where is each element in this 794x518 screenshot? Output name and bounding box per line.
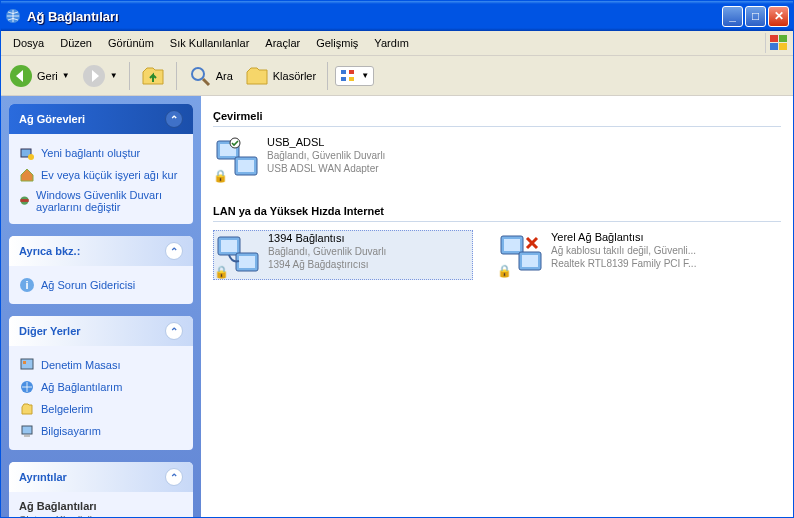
up-button[interactable] <box>137 61 169 91</box>
panel-network-tasks: Ağ Görevleri ⌃ Yeni bağlantı oluştur Ev … <box>9 104 193 224</box>
details-type: Sistem Klasörü <box>19 514 183 517</box>
link-my-computer[interactable]: Bilgisayarım <box>19 420 183 442</box>
panel-header[interactable]: Ağ Görevleri ⌃ <box>9 104 193 134</box>
folders-label: Klasörler <box>273 70 316 82</box>
link-my-documents[interactable]: Belgelerim <box>19 398 183 420</box>
svg-rect-10 <box>341 77 346 81</box>
panel-title: Ayrıca bkz.: <box>19 245 80 257</box>
connection-status: Bağlandı, Güvenlik Duvarlı <box>267 149 385 162</box>
svg-rect-2 <box>779 35 787 42</box>
info-icon: i <box>19 277 35 293</box>
computer-icon <box>19 423 35 439</box>
content-area: Ağ Görevleri ⌃ Yeni bağlantı oluştur Ev … <box>1 96 793 517</box>
link-label: Denetim Masası <box>41 359 120 371</box>
svg-rect-9 <box>341 70 346 74</box>
link-troubleshooter[interactable]: i Ağ Sorun Gidericisi <box>19 274 183 296</box>
link-label: Yeni bağlantı oluştur <box>41 147 140 159</box>
svg-rect-12 <box>349 77 354 81</box>
task-new-connection[interactable]: Yeni bağlantı oluştur <box>19 142 183 164</box>
svg-rect-23 <box>24 435 30 437</box>
control-panel-icon <box>19 357 35 373</box>
new-connection-icon <box>19 145 35 161</box>
titlebar[interactable]: Ağ Bağlantıları _ □ ✕ <box>1 1 793 31</box>
folders-icon <box>245 64 269 88</box>
menu-file[interactable]: Dosya <box>5 34 52 52</box>
svg-rect-20 <box>23 361 26 364</box>
svg-rect-30 <box>221 240 237 252</box>
details-name: Ağ Bağlantıları <box>19 500 183 512</box>
menu-advanced[interactable]: Gelişmiş <box>308 34 366 52</box>
chevron-down-icon: ▼ <box>361 71 369 80</box>
panel-header[interactable]: Diğer Yerler ⌃ <box>9 316 193 346</box>
connection-name: USB_ADSL <box>267 135 385 149</box>
chevron-down-icon: ▼ <box>62 71 70 80</box>
link-label: Ağ Sorun Gidericisi <box>41 279 135 291</box>
folder-up-icon <box>141 64 165 88</box>
main-pane: Çevirmeli 🔒 USB_ADSL Bağlandı, Güvenlik … <box>201 96 793 517</box>
connection-name: 1394 Bağlantısı <box>268 231 386 245</box>
minimize-button[interactable]: _ <box>722 6 743 27</box>
link-label: Bilgisayarım <box>41 425 101 437</box>
collapse-icon[interactable]: ⌃ <box>165 242 183 260</box>
connection-1394[interactable]: 🔒 1394 Bağlantısı Bağlandı, Güvenlik Duv… <box>213 230 473 280</box>
maximize-button[interactable]: □ <box>745 6 766 27</box>
collapse-icon[interactable]: ⌃ <box>165 110 183 128</box>
lan-icon: 🔒 <box>214 231 262 279</box>
link-control-panel[interactable]: Denetim Masası <box>19 354 183 376</box>
task-firewall[interactable]: Windows Güvenlik Duvarı ayarlarını değiş… <box>19 186 183 216</box>
svg-rect-11 <box>349 70 354 74</box>
toolbar: Geri ▼ ▼ Ara Klasörler ▼ <box>1 56 793 96</box>
lock-icon: 🔒 <box>214 265 229 279</box>
svg-rect-1 <box>770 35 778 42</box>
connection-device: Realtek RTL8139 Family PCI F... <box>551 257 696 270</box>
panel-header[interactable]: Ayrıca bkz.: ⌃ <box>9 236 193 266</box>
panel-body: Yeni bağlantı oluştur Ev veya küçük işye… <box>9 134 193 224</box>
panel-title: Diğer Yerler <box>19 325 81 337</box>
item-row: 🔒 1394 Bağlantısı Bağlandı, Güvenlik Duv… <box>213 230 781 280</box>
network-places-icon <box>19 379 35 395</box>
svg-rect-34 <box>504 239 520 251</box>
dialup-icon: 🔒 <box>213 135 261 183</box>
panel-title: Ayrıntılar <box>19 471 67 483</box>
panel-body: Denetim Masası Ağ Bağlantılarım Belgeler… <box>9 346 193 450</box>
connection-status: Bağlandı, Güvenlik Duvarlı <box>268 245 386 258</box>
panel-header[interactable]: Ayrıntılar ⌃ <box>9 462 193 492</box>
svg-rect-16 <box>20 200 28 203</box>
back-button[interactable]: Geri ▼ <box>5 61 74 91</box>
documents-icon <box>19 401 35 417</box>
lock-icon: 🔒 <box>497 264 512 278</box>
svg-rect-36 <box>522 255 538 267</box>
collapse-icon[interactable]: ⌃ <box>165 468 183 486</box>
folders-button[interactable]: Klasörler <box>241 61 320 91</box>
connection-lan[interactable]: 🔒 Yerel Ağ Bağlantısı Ağ kablosu takılı … <box>497 230 757 280</box>
svg-line-8 <box>203 79 209 85</box>
panel-other-places: Diğer Yerler ⌃ Denetim Masası Ağ Bağlant… <box>9 316 193 450</box>
link-label: Windows Güvenlik Duvarı ayarlarını değiş… <box>36 189 183 213</box>
menu-help[interactable]: Yardım <box>366 34 417 52</box>
search-label: Ara <box>216 70 233 82</box>
menu-tools[interactable]: Araçlar <box>257 34 308 52</box>
views-button[interactable]: ▼ <box>335 66 374 86</box>
forward-button[interactable]: ▼ <box>78 61 122 91</box>
connection-device: 1394 Ağ Bağdaştırıcısı <box>268 258 386 271</box>
search-icon <box>188 64 212 88</box>
connection-usb-adsl[interactable]: 🔒 USB_ADSL Bağlandı, Güvenlik Duvarlı US… <box>213 135 473 183</box>
collapse-icon[interactable]: ⌃ <box>165 322 183 340</box>
svg-point-7 <box>192 68 204 80</box>
close-button[interactable]: ✕ <box>768 6 789 27</box>
panel-see-also: Ayrıca bkz.: ⌃ i Ağ Sorun Gidericisi <box>9 236 193 304</box>
menu-edit[interactable]: Düzen <box>52 34 100 52</box>
link-my-network[interactable]: Ağ Bağlantılarım <box>19 376 183 398</box>
separator <box>327 62 328 90</box>
menu-view[interactable]: Görünüm <box>100 34 162 52</box>
windows-flag-icon[interactable] <box>765 33 789 53</box>
menu-favorites[interactable]: Sık Kullanılanlar <box>162 34 258 52</box>
window-frame: Ağ Bağlantıları _ □ ✕ Dosya Düzen Görünü… <box>0 0 794 518</box>
svg-rect-27 <box>238 160 254 172</box>
views-icon <box>340 69 358 83</box>
sidebar: Ağ Görevleri ⌃ Yeni bağlantı oluştur Ev … <box>1 96 201 517</box>
chevron-down-icon: ▼ <box>110 71 118 80</box>
task-home-network[interactable]: Ev veya küçük işyeri ağı kur <box>19 164 183 186</box>
search-button[interactable]: Ara <box>184 61 237 91</box>
panel-body: Ağ Bağlantıları Sistem Klasörü <box>9 492 193 517</box>
